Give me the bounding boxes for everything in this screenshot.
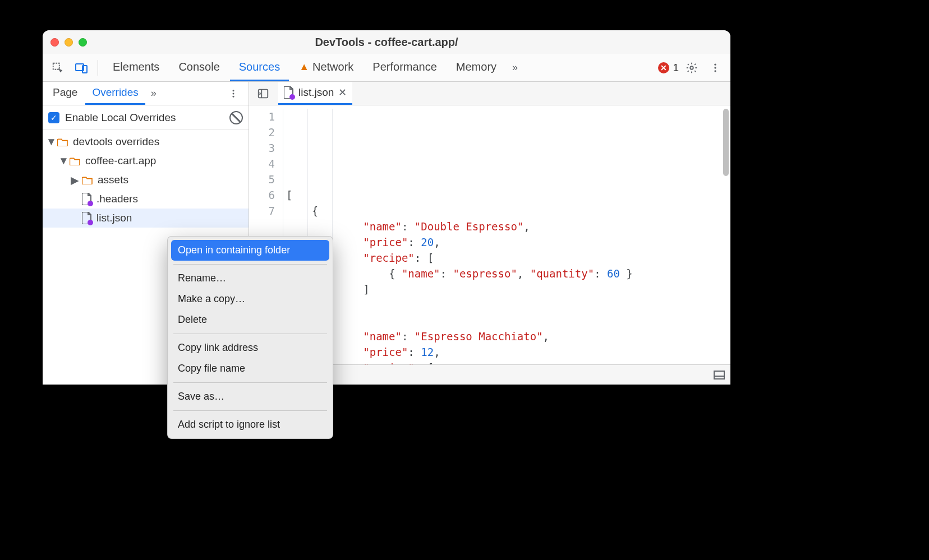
- inspect-element-icon[interactable]: [47, 57, 68, 78]
- editor-tabstrip: list.json ✕: [249, 82, 730, 105]
- code-line: {: [286, 203, 730, 219]
- context-menu-item[interactable]: Open in containing folder: [171, 240, 329, 261]
- warning-icon: ▲: [299, 61, 309, 73]
- panel-tab-label: Elements: [113, 61, 159, 73]
- line-number: 5: [249, 172, 275, 187]
- toolbar-divider: [98, 60, 98, 76]
- code-line: ]: [286, 281, 730, 297]
- line-number: 4: [249, 156, 275, 172]
- tree-domain-label: coffee-cart.app: [85, 155, 156, 167]
- code-line: "name": "Double Espresso",: [286, 219, 730, 234]
- disclosure-triangle-icon[interactable]: ▼: [58, 155, 65, 167]
- clear-overrides-icon[interactable]: [229, 111, 243, 124]
- panel-tab-elements[interactable]: Elements: [104, 54, 168, 81]
- more-panels-icon[interactable]: »: [508, 62, 522, 73]
- code-line: "name": "Espresso Macchiato",: [286, 328, 730, 344]
- tree-file-headers[interactable]: .headers: [43, 189, 249, 209]
- panel-tab-label: Performance: [372, 61, 437, 73]
- context-menu-item[interactable]: Add script to ignore list: [171, 414, 329, 435]
- folder-icon: [70, 156, 81, 165]
- main-toolbar: ElementsConsoleSources▲NetworkPerformanc…: [43, 54, 730, 82]
- svg-point-7: [233, 90, 234, 91]
- error-icon: ✕: [658, 62, 669, 73]
- error-badge[interactable]: ✕ 1: [658, 62, 679, 74]
- line-number: 3: [249, 140, 275, 156]
- enable-overrides-checkbox[interactable]: ✓: [48, 112, 59, 123]
- svg-point-6: [714, 70, 716, 72]
- settings-gear-icon[interactable]: [681, 57, 702, 78]
- panel-tab-console[interactable]: Console: [169, 54, 228, 81]
- panel-tab-network[interactable]: ▲Network: [290, 54, 362, 81]
- tree-file-headers-label: .headers: [96, 193, 138, 205]
- override-dot-icon: [289, 94, 295, 100]
- devtools-window: DevTools - coffee-cart.app/ ElementsCons…: [43, 30, 730, 385]
- code-content[interactable]: [ { "name": "Double Espresso", "price": …: [280, 105, 730, 364]
- tree-folder-assets[interactable]: ▶ assets: [43, 170, 249, 189]
- file-icon: [82, 212, 92, 224]
- code-line: "recipe": [: [286, 250, 730, 266]
- editor-tab-listjson[interactable]: list.json ✕: [278, 82, 352, 105]
- tree-root[interactable]: ▼ devtools overrides: [43, 132, 249, 151]
- panel-tab-label: Console: [178, 61, 219, 73]
- code-line: { "name": "espresso", "quantity": 60 }: [286, 266, 730, 281]
- context-menu-item[interactable]: Rename…: [171, 268, 329, 289]
- context-menu-item[interactable]: Delete: [171, 309, 329, 330]
- panel-tab-label: Memory: [456, 61, 496, 73]
- code-scrollbar[interactable]: [723, 109, 729, 176]
- line-number: 6: [249, 187, 275, 203]
- sidebar-tabs: Page Overrides »: [43, 82, 249, 105]
- close-tab-icon[interactable]: ✕: [338, 86, 347, 99]
- line-number: 2: [249, 124, 275, 140]
- enable-overrides-label: Enable Local Overrides: [65, 112, 176, 124]
- code-line: {: [286, 313, 730, 328]
- folder-icon: [82, 175, 93, 184]
- toggle-navigator-icon[interactable]: [252, 83, 274, 104]
- code-line: },: [286, 297, 730, 313]
- context-menu-separator: [173, 264, 327, 265]
- sidebar-kebab-icon[interactable]: [228, 89, 245, 99]
- svg-point-9: [233, 95, 234, 97]
- svg-point-3: [690, 66, 693, 70]
- code-line: "price": 12,: [286, 344, 730, 360]
- file-icon: [82, 193, 92, 205]
- devtools-body: Page Overrides » ✓ Enable Local Override…: [43, 82, 730, 385]
- context-menu-item[interactable]: Make a copy…: [171, 289, 329, 309]
- code-line: "price": 20,: [286, 234, 730, 250]
- file-icon: [284, 86, 294, 99]
- panel-tab-label: Sources: [239, 61, 280, 73]
- line-number: 7: [249, 203, 275, 219]
- window-title: DevTools - coffee-cart.app/: [43, 36, 730, 49]
- context-menu-separator: [173, 410, 327, 411]
- sidebar-tab-page[interactable]: Page: [46, 82, 84, 105]
- titlebar: DevTools - coffee-cart.app/: [43, 30, 730, 54]
- context-menu[interactable]: Open in containing folderRename…Make a c…: [167, 236, 333, 439]
- override-dot-icon: [88, 220, 93, 225]
- svg-point-4: [714, 63, 716, 65]
- svg-point-8: [233, 92, 234, 94]
- override-dot-icon: [88, 201, 93, 206]
- device-toolbar-icon[interactable]: [71, 57, 92, 78]
- context-menu-item[interactable]: Copy file name: [171, 358, 329, 379]
- panel-tab-performance[interactable]: Performance: [364, 54, 446, 81]
- kebab-menu-icon[interactable]: [705, 57, 726, 78]
- disclosure-triangle-icon[interactable]: ▼: [46, 136, 53, 148]
- enable-overrides-row: ✓ Enable Local Overrides: [43, 105, 249, 130]
- tree-file-listjson[interactable]: list.json: [43, 209, 249, 228]
- sidebar-tab-overrides[interactable]: Overrides: [85, 82, 145, 105]
- toggle-drawer-icon[interactable]: [714, 371, 725, 379]
- code-line: "recipe": [: [286, 360, 730, 364]
- disclosure-triangle-icon[interactable]: ▶: [71, 174, 77, 187]
- context-menu-item[interactable]: Copy link address: [171, 337, 329, 358]
- tree-domain[interactable]: ▼ coffee-cart.app: [43, 151, 249, 170]
- sidebar-more-tabs-icon[interactable]: »: [146, 87, 161, 99]
- panel-tab-memory[interactable]: Memory: [447, 54, 505, 81]
- error-count: 1: [673, 62, 679, 74]
- editor-tab-label: list.json: [298, 86, 334, 99]
- tree-file-listjson-label: list.json: [96, 212, 132, 224]
- svg-point-5: [714, 67, 716, 68]
- tree-folder-assets-label: assets: [98, 174, 128, 186]
- line-number: 1: [249, 109, 275, 124]
- panel-tab-sources[interactable]: Sources: [230, 54, 289, 81]
- folder-icon: [57, 137, 68, 146]
- context-menu-item[interactable]: Save as…: [171, 386, 329, 407]
